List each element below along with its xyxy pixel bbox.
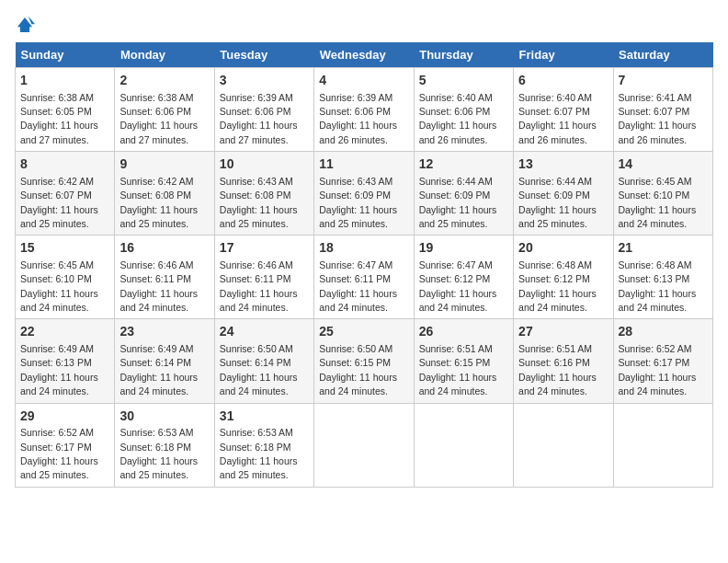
day-number: 10 <box>220 155 309 174</box>
day-info: Sunrise: 6:39 AMSunset: 6:06 PMDaylight:… <box>220 92 298 145</box>
day-info: Sunrise: 6:45 AMSunset: 6:10 PMDaylight:… <box>619 176 697 229</box>
day-number: 7 <box>619 72 708 90</box>
dow-header: Wednesday <box>314 42 414 68</box>
page-header <box>15 15 713 35</box>
day-info: Sunrise: 6:44 AMSunset: 6:09 PMDaylight:… <box>419 176 497 229</box>
day-info: Sunrise: 6:40 AMSunset: 6:06 PMDaylight:… <box>419 92 497 145</box>
calendar-cell: 28 Sunrise: 6:52 AMSunset: 6:17 PMDaylig… <box>613 319 712 403</box>
calendar-cell: 25 Sunrise: 6:50 AMSunset: 6:15 PMDaylig… <box>314 319 414 403</box>
calendar-cell: 31 Sunrise: 6:53 AMSunset: 6:18 PMDaylig… <box>214 403 313 487</box>
day-number: 1 <box>20 72 109 90</box>
calendar-cell <box>414 403 513 487</box>
day-info: Sunrise: 6:41 AMSunset: 6:07 PMDaylight:… <box>619 92 697 145</box>
calendar-cell: 24 Sunrise: 6:50 AMSunset: 6:14 PMDaylig… <box>214 319 313 403</box>
day-number: 19 <box>419 239 508 258</box>
calendar-cell: 6 Sunrise: 6:40 AMSunset: 6:07 PMDayligh… <box>514 68 613 152</box>
calendar-cell: 22 Sunrise: 6:49 AMSunset: 6:13 PMDaylig… <box>16 319 115 403</box>
calendar-cell: 23 Sunrise: 6:49 AMSunset: 6:14 PMDaylig… <box>115 319 214 403</box>
dow-header: Thursday <box>414 42 513 68</box>
day-info: Sunrise: 6:47 AMSunset: 6:11 PMDaylight:… <box>319 259 397 313</box>
day-number: 21 <box>619 239 708 258</box>
calendar-cell <box>514 403 613 487</box>
calendar-cell: 14 Sunrise: 6:45 AMSunset: 6:10 PMDaylig… <box>613 152 712 236</box>
calendar-cell: 12 Sunrise: 6:44 AMSunset: 6:09 PMDaylig… <box>414 152 513 236</box>
day-number: 16 <box>119 239 209 258</box>
calendar-cell <box>314 403 414 487</box>
day-number: 24 <box>220 323 309 341</box>
calendar-cell: 10 Sunrise: 6:43 AMSunset: 6:08 PMDaylig… <box>214 152 313 236</box>
day-number: 28 <box>619 323 708 341</box>
day-info: Sunrise: 6:46 AMSunset: 6:11 PMDaylight:… <box>119 259 198 313</box>
day-info: Sunrise: 6:50 AMSunset: 6:14 PMDaylight:… <box>220 343 298 396</box>
day-info: Sunrise: 6:51 AMSunset: 6:16 PMDaylight:… <box>518 343 597 396</box>
dow-header: Saturday <box>613 42 712 68</box>
day-number: 3 <box>220 72 309 90</box>
calendar-cell: 1 Sunrise: 6:38 AMSunset: 6:05 PMDayligh… <box>16 68 115 152</box>
day-info: Sunrise: 6:44 AMSunset: 6:09 PMDaylight:… <box>518 176 597 229</box>
day-number: 31 <box>220 408 309 426</box>
calendar-cell: 5 Sunrise: 6:40 AMSunset: 6:06 PMDayligh… <box>414 68 513 152</box>
day-number: 5 <box>419 72 508 90</box>
day-info: Sunrise: 6:39 AMSunset: 6:06 PMDaylight:… <box>319 92 397 145</box>
day-info: Sunrise: 6:53 AMSunset: 6:18 PMDaylight:… <box>119 427 198 480</box>
day-info: Sunrise: 6:42 AMSunset: 6:07 PMDaylight:… <box>20 176 98 229</box>
day-number: 20 <box>518 239 608 258</box>
day-info: Sunrise: 6:47 AMSunset: 6:12 PMDaylight:… <box>419 259 497 313</box>
calendar-cell: 7 Sunrise: 6:41 AMSunset: 6:07 PMDayligh… <box>613 68 712 152</box>
calendar-cell: 21 Sunrise: 6:48 AMSunset: 6:13 PMDaylig… <box>613 236 712 319</box>
day-info: Sunrise: 6:38 AMSunset: 6:06 PMDaylight:… <box>119 92 198 145</box>
dow-header: Tuesday <box>214 42 313 68</box>
calendar-cell: 20 Sunrise: 6:48 AMSunset: 6:12 PMDaylig… <box>514 236 613 319</box>
dow-header: Friday <box>514 42 613 68</box>
day-number: 9 <box>119 155 209 174</box>
calendar-cell: 15 Sunrise: 6:45 AMSunset: 6:10 PMDaylig… <box>16 236 115 319</box>
calendar-cell: 2 Sunrise: 6:38 AMSunset: 6:06 PMDayligh… <box>115 68 214 152</box>
day-info: Sunrise: 6:49 AMSunset: 6:13 PMDaylight:… <box>20 343 98 396</box>
calendar-cell: 26 Sunrise: 6:51 AMSunset: 6:15 PMDaylig… <box>414 319 513 403</box>
day-number: 14 <box>619 155 708 174</box>
logo-icon <box>15 15 35 35</box>
dow-header: Sunday <box>16 42 115 68</box>
day-info: Sunrise: 6:53 AMSunset: 6:18 PMDaylight:… <box>220 427 298 480</box>
day-info: Sunrise: 6:52 AMSunset: 6:17 PMDaylight:… <box>619 343 697 396</box>
day-info: Sunrise: 6:42 AMSunset: 6:08 PMDaylight:… <box>119 176 198 229</box>
calendar-cell: 9 Sunrise: 6:42 AMSunset: 6:08 PMDayligh… <box>115 152 214 236</box>
calendar-cell: 13 Sunrise: 6:44 AMSunset: 6:09 PMDaylig… <box>514 152 613 236</box>
day-info: Sunrise: 6:46 AMSunset: 6:11 PMDaylight:… <box>220 259 298 313</box>
day-info: Sunrise: 6:48 AMSunset: 6:12 PMDaylight:… <box>518 259 597 313</box>
day-info: Sunrise: 6:48 AMSunset: 6:13 PMDaylight:… <box>619 259 697 313</box>
day-number: 12 <box>419 155 508 174</box>
day-number: 25 <box>319 323 408 341</box>
day-number: 23 <box>119 323 209 341</box>
day-number: 4 <box>319 72 408 90</box>
day-number: 26 <box>419 323 508 341</box>
day-info: Sunrise: 6:52 AMSunset: 6:17 PMDaylight:… <box>20 427 98 480</box>
day-info: Sunrise: 6:51 AMSunset: 6:15 PMDaylight:… <box>419 343 497 396</box>
day-info: Sunrise: 6:43 AMSunset: 6:09 PMDaylight:… <box>319 176 397 229</box>
calendar-cell: 8 Sunrise: 6:42 AMSunset: 6:07 PMDayligh… <box>16 152 115 236</box>
calendar-cell: 4 Sunrise: 6:39 AMSunset: 6:06 PMDayligh… <box>314 68 414 152</box>
day-info: Sunrise: 6:43 AMSunset: 6:08 PMDaylight:… <box>220 176 298 229</box>
calendar-cell: 3 Sunrise: 6:39 AMSunset: 6:06 PMDayligh… <box>214 68 313 152</box>
day-number: 8 <box>20 155 109 174</box>
calendar-table: SundayMondayTuesdayWednesdayThursdayFrid… <box>15 42 713 488</box>
day-number: 17 <box>220 239 309 258</box>
calendar-cell: 11 Sunrise: 6:43 AMSunset: 6:09 PMDaylig… <box>314 152 414 236</box>
calendar-cell <box>613 403 712 487</box>
day-info: Sunrise: 6:40 AMSunset: 6:07 PMDaylight:… <box>518 92 597 145</box>
calendar-cell: 30 Sunrise: 6:53 AMSunset: 6:18 PMDaylig… <box>115 403 214 487</box>
day-number: 27 <box>518 323 608 341</box>
calendar-cell: 16 Sunrise: 6:46 AMSunset: 6:11 PMDaylig… <box>115 236 214 319</box>
day-number: 11 <box>319 155 408 174</box>
day-info: Sunrise: 6:50 AMSunset: 6:15 PMDaylight:… <box>319 343 397 396</box>
dow-header: Monday <box>115 42 214 68</box>
day-number: 6 <box>518 72 608 90</box>
calendar-cell: 17 Sunrise: 6:46 AMSunset: 6:11 PMDaylig… <box>214 236 313 319</box>
calendar-cell: 19 Sunrise: 6:47 AMSunset: 6:12 PMDaylig… <box>414 236 513 319</box>
day-number: 22 <box>20 323 109 341</box>
calendar-cell: 27 Sunrise: 6:51 AMSunset: 6:16 PMDaylig… <box>514 319 613 403</box>
calendar-cell: 18 Sunrise: 6:47 AMSunset: 6:11 PMDaylig… <box>314 236 414 319</box>
day-number: 15 <box>20 239 109 258</box>
day-number: 29 <box>20 408 109 426</box>
logo <box>15 15 37 35</box>
